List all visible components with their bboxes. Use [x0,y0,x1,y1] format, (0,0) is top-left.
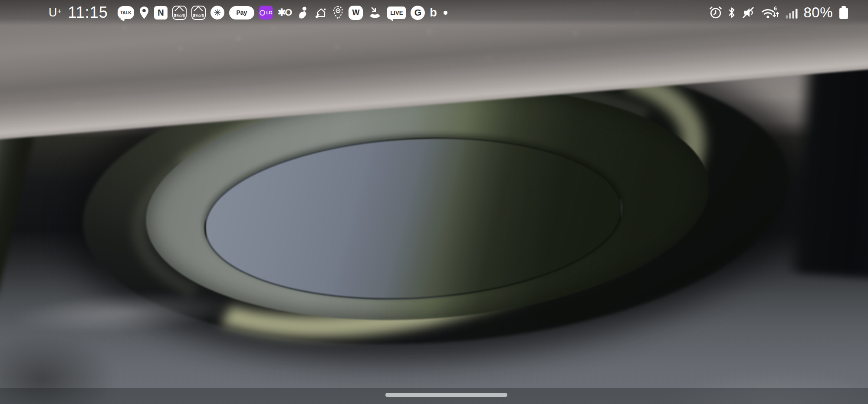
live-talk-icon: LIVE [387,7,406,19]
home-shopping-icon: 홈&쇼핑 [172,6,187,20]
android-screenshot: U+ 11:15 TALK N 홈&쇼핑 홈&쇼핑 ✳ Pay LG ✱O [0,0,868,404]
location-pin-icon [139,6,149,20]
speaker-photo [0,0,868,404]
system-status-icons: 6 80% [709,4,848,21]
vibrate-mute-icon [741,6,755,19]
battery-icon [839,6,848,19]
alarm-icon [709,6,722,19]
wifi-6-label: 6 [774,6,777,12]
notification-icons: TALK N 홈&쇼핑 홈&쇼핑 ✳ Pay LG ✱O [118,6,447,20]
smart-home-icon [314,6,328,20]
wifi-6-icon: 6 [761,6,779,20]
naver-icon: N [154,6,168,20]
signal-strength-icon [785,6,798,19]
gem-icon: ✳ [210,6,224,20]
navigation-bar [0,388,868,404]
kakaotalk-icon: TALK [118,6,134,19]
carrier-label: U+ [49,7,62,19]
lg-logo-circle [260,10,265,16]
g-app-icon: G [411,6,425,20]
lg-icon: LG [259,6,273,20]
bluetooth-icon [728,6,736,19]
gesture-pill[interactable] [385,393,507,397]
home-shopping-icon-2: 홈&쇼핑 [191,6,206,20]
band-icon: b [430,7,437,19]
status-bar[interactable]: U+ 11:15 TALK N 홈&쇼핑 홈&쇼핑 ✳ Pay LG ✱O [0,0,868,25]
w-app-icon: W [349,6,363,20]
clock: 11:15 [68,3,108,22]
star-o-icon: ✱O [278,7,292,18]
samsung-pay-icon: Pay [229,6,254,20]
missed-call-icon [368,6,382,19]
battery-percent-label: 80% [803,4,833,21]
baby-icon [296,6,309,20]
more-notifications-dot [444,11,447,15]
dotted-pin-icon [332,6,344,20]
